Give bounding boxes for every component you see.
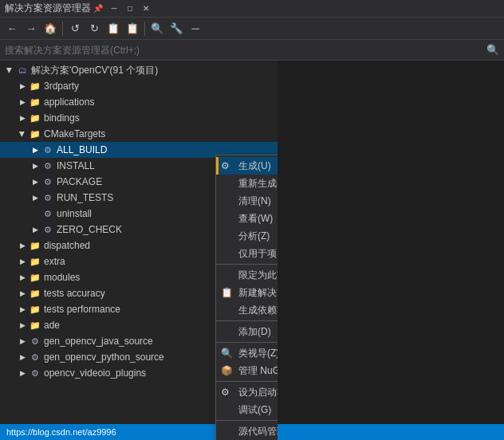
tree-label-modules: modules [44, 272, 80, 283]
copy-button[interactable]: 📋 [104, 20, 122, 37]
minimize-button[interactable]: ─ [107, 2, 121, 15]
cmake-icon-opencv-video: ⚙ [29, 367, 41, 379]
menu-label-nuget: 管理 NuGet 程序包(N)... [238, 364, 278, 378]
menu-item-dep[interactable]: 生成依赖项(B) ▶ [216, 301, 278, 319]
tree-label-cmaketargets: CMakeTargets [44, 128, 105, 139]
search-button[interactable]: 🔍 [148, 20, 166, 37]
arrow-3rdparty: ▶ [16, 80, 29, 92]
context-menu: ⚙ 生成(U) 重新生成(E) 清理(N) 查看(W) ▶ 分析(Z) ▶ 仅用… [215, 155, 278, 440]
menu-label-view: 查看(W) [238, 212, 273, 226]
menu-item-source[interactable]: 源代码管理(S) ▶ [216, 422, 278, 440]
tree-label-zero-check: ZERO_CHECK [57, 224, 122, 235]
menu-item-add[interactable]: 添加(D) ▶ [216, 323, 278, 340]
toolbar-sep-2 [144, 22, 145, 36]
solution-explorer-panel: ▶ 🗂 解决方案'OpenCV'(91 个项目) ▶ 📁 3rdparty ▶ … [0, 61, 278, 440]
close-button[interactable]: ✕ [139, 2, 153, 15]
menu-item-analyze[interactable]: 分析(Z) ▶ [216, 227, 278, 245]
tree-label-tests-performance: tests performance [44, 304, 120, 315]
menu-item-nuget[interactable]: 📦 管理 NuGet 程序包(N)... [216, 362, 278, 379]
menu-separator-2 [216, 320, 278, 321]
maximize-button[interactable]: □ [123, 2, 137, 15]
menu-separator-1 [216, 264, 278, 265]
tree-item-bindings[interactable]: ▶ 📁 bindings [0, 110, 278, 126]
folder-icon-applications: 📁 [29, 96, 41, 108]
toolbar-sep-1 [62, 22, 63, 36]
arrow-uninstall [29, 207, 41, 220]
menu-item-view[interactable]: 查看(W) ▶ [216, 210, 278, 227]
search-bar: 🔍 [0, 40, 504, 61]
tree-label-run-tests: RUN_TESTS [57, 192, 113, 203]
menu-item-classview[interactable]: 🔍 类视导(Z)... Ctrl+Shift+X [216, 344, 278, 362]
menu-label-clean: 清理(N) [238, 194, 271, 208]
folder-icon-ade: 📁 [29, 319, 41, 332]
menu-item-build[interactable]: ⚙ 生成(U) [216, 157, 278, 175]
menu-item-scope[interactable]: 限定为此范围(S) [216, 266, 278, 284]
arrow-solution: ▶ [3, 64, 16, 77]
menu-separator-3 [216, 342, 278, 343]
pin-button[interactable]: 📌 [91, 2, 105, 15]
menu-label-add: 添加(D) [238, 325, 271, 339]
tree-label-all-build: ALL_BUILD [57, 144, 107, 155]
search-icon[interactable]: 🔍 [486, 44, 499, 56]
menu-item-startup[interactable]: ⚙ 设为启动项目(A) [216, 383, 278, 401]
arrow-run-tests: ▶ [29, 191, 41, 204]
menu-label-rebuild: 重新生成(E) [238, 177, 278, 191]
menu-label-newsolution: 新建解决方案资源管理器视图(N) [238, 286, 278, 300]
menu-item-clean[interactable]: 清理(N) [216, 192, 278, 210]
menu-label-scope: 限定为此范围(S) [238, 269, 278, 282]
menu-item-only[interactable]: 仅用于项目(J) ▶ [216, 245, 278, 262]
folder-icon-tests-performance: 📁 [29, 303, 41, 316]
arrow-gen-python: ▶ [16, 351, 29, 363]
refresh-button[interactable]: ↺ [66, 20, 84, 37]
menu-item-rebuild[interactable]: 重新生成(E) [216, 175, 278, 192]
arrow-modules: ▶ [16, 271, 29, 284]
arrow-bindings: ▶ [16, 112, 29, 124]
arrow-cmaketargets: ▶ [16, 128, 29, 140]
menu-label-analyze: 分析(Z) [238, 230, 270, 243]
settings-button[interactable]: 🔧 [167, 20, 185, 37]
dash-button[interactable]: ─ [187, 20, 204, 37]
menu-label-classview: 类视导(Z)... [238, 347, 278, 360]
tree-item-solution[interactable]: ▶ 🗂 解决方案'OpenCV'(91 个项目) [0, 62, 278, 78]
classview-icon: 🔍 [221, 348, 233, 359]
forward-button[interactable]: → [22, 20, 40, 37]
menu-item-debug[interactable]: 调试(G) ▶ [216, 401, 278, 418]
menu-label-only: 仅用于项目(J) [238, 247, 278, 261]
menu-label-startup: 设为启动项目(A) [238, 386, 278, 399]
cmake-icon-run-tests: ⚙ [41, 191, 54, 204]
tree-item-applications[interactable]: ▶ 📁 applications [0, 94, 278, 110]
arrow-tests-performance: ▶ [16, 303, 29, 316]
search-input[interactable] [5, 45, 486, 56]
menu-label-dep: 生成依赖项(B) [238, 304, 278, 317]
tree-label-applications: applications [44, 96, 94, 108]
arrow-applications: ▶ [16, 96, 29, 108]
tree-label-install: INSTALL [57, 160, 95, 171]
tree-label-bindings: bindings [44, 112, 80, 124]
title-bar: 解决方案资源管理器 📌 ─ □ ✕ [0, 0, 504, 18]
folder-icon-tests-accuracy: 📁 [29, 287, 41, 300]
cmake-icon-install: ⚙ [41, 159, 54, 172]
tree-label-gen-python: gen_opencv_python_source [44, 352, 164, 363]
menu-separator-4 [216, 381, 278, 382]
cmake-icon-package: ⚙ [41, 175, 54, 188]
menu-label-source: 源代码管理(S) [238, 425, 278, 438]
arrow-zero-check: ▶ [29, 223, 41, 236]
menu-item-newsolution[interactable]: 📋 新建解决方案资源管理器视图(N) [216, 284, 278, 301]
arrow-all-build: ▶ [29, 143, 41, 156]
paste-button[interactable]: 📋 [124, 20, 141, 37]
tree-label-extra: extra [44, 256, 65, 267]
redo-button[interactable]: ↻ [85, 20, 103, 37]
menu-label-build: 生成(U) [238, 159, 271, 173]
tree-item-cmaketargets[interactable]: ▶ 📁 CMakeTargets [0, 126, 278, 142]
tree-label-gen-java: gen_opencv_java_source [44, 336, 153, 347]
home-button[interactable]: 🏠 [41, 20, 59, 37]
arrow-extra: ▶ [16, 255, 29, 268]
arrow-install: ▶ [29, 159, 41, 172]
back-button[interactable]: ← [3, 20, 21, 37]
tree-label-3rdparty: 3rdparty [44, 81, 79, 92]
nuget-icon: 📦 [221, 365, 233, 376]
tree-item-3rdparty[interactable]: ▶ 📁 3rdparty [0, 78, 278, 94]
arrow-package: ▶ [29, 175, 41, 188]
cmake-icon-uninstall: ⚙ [41, 207, 54, 220]
title-bar-controls: 📌 ─ □ ✕ [91, 2, 153, 15]
